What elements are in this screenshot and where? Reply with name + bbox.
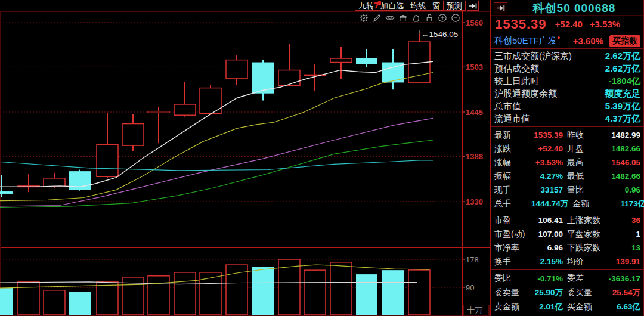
row-value: -1804亿	[609, 76, 640, 87]
row-value: 4.27%	[531, 172, 563, 181]
row-value: 6.63亿	[601, 302, 640, 312]
row-value: 139.91	[601, 257, 640, 266]
panel-row: 较上日此时-1804亿	[491, 75, 643, 88]
row-value: 0.96	[601, 185, 640, 194]
panel-row: 市盈106.41上涨家数36	[491, 213, 643, 227]
candle-body	[44, 178, 65, 187]
panel-row: 涨跌+52.40开盘1482.66	[491, 142, 643, 156]
volume-bar	[252, 267, 274, 315]
volume-bar	[304, 270, 326, 315]
collapse-panel-icon[interactable]	[494, 2, 507, 14]
row-value: 1482.66	[601, 172, 640, 181]
candle-body	[278, 70, 300, 86]
panel-row: 预估成交额2.62万亿	[491, 63, 643, 75]
volume-bar	[330, 262, 352, 315]
row-label: 市盈	[494, 215, 531, 226]
price-axis-label: 1388	[466, 152, 483, 161]
row-label: 预估成交额	[494, 63, 539, 75]
candlestick-chart[interactable]: 1560150314451388133017890十万←1546.05	[0, 0, 490, 316]
ma-green	[0, 140, 433, 207]
row-value: +3.53%	[531, 158, 563, 167]
quote-panel-header: 科创50 000688	[491, 0, 643, 16]
candle-body	[226, 60, 247, 79]
row-label: 委差	[563, 273, 601, 284]
volume-bar	[0, 288, 13, 315]
row-label: 涨跌	[494, 144, 531, 154]
row-label: 上涨家数	[563, 215, 601, 226]
candle-body	[174, 104, 196, 115]
row-label: 最新	[494, 130, 531, 141]
volume-bar	[69, 292, 91, 315]
volume-bar	[200, 272, 221, 315]
row-label: 委买量	[563, 287, 601, 298]
row-value: 107.00	[531, 230, 563, 238]
volume-bar	[382, 270, 404, 315]
panel-row: 总手1444.74万金额1173亿	[491, 197, 643, 210]
buy-index-button[interactable]: 买指数	[609, 35, 640, 47]
row-value: 1535.39	[531, 131, 563, 140]
row-label: 总手	[494, 199, 531, 209]
row-label: 总市值	[494, 101, 521, 112]
candle-body	[122, 124, 144, 146]
row-value: 2.15%	[531, 257, 563, 266]
volume-bar	[44, 290, 65, 315]
candle-body	[148, 111, 169, 113]
pen-icon[interactable]	[372, 13, 382, 23]
panel-row: 委比-0.71%委差-3636.17	[491, 271, 643, 286]
kline-chart-region[interactable]: 1560150314451388133017890十万←1546.05 九转 加…	[0, 0, 490, 316]
row-label: 流通市值	[494, 113, 530, 125]
panel-row: 卖金额2.01亿买金额6.63亿	[491, 300, 643, 314]
volume-bar	[408, 270, 430, 315]
row-value: 13	[601, 243, 640, 252]
row-label: 开盘	[563, 144, 601, 154]
gear-icon[interactable]	[359, 13, 369, 23]
unlock-icon[interactable]	[425, 13, 434, 23]
ma-white	[0, 61, 433, 187]
quote-panel: 科创50 000688 1535.39 +52.40 +3.53% 科创50ET…	[490, 0, 644, 316]
row-label: 三市成交额(沪深京)	[494, 51, 572, 62]
row-label: 换手	[494, 256, 531, 267]
etf-row: 科创50ETF广发 ● +3.60% 买指数	[491, 33, 643, 49]
row-label: 现手	[494, 185, 531, 196]
row-value: 25.90万	[531, 287, 563, 298]
last-price: 1535.39	[495, 17, 547, 32]
candle-body	[356, 58, 377, 64]
price-axis-label: 1330	[466, 197, 483, 206]
row-value: 2.01亿	[531, 302, 563, 312]
quote-details-group: 最新1535.39昨收1482.99涨跌+52.40开盘1482.66涨幅+3.…	[491, 127, 643, 212]
row-label: 委比	[494, 273, 531, 284]
panel-row: 沪股通额度余额额度充足	[491, 88, 643, 100]
row-value: 4.37万亿	[605, 113, 640, 125]
forecast-button[interactable]: 预测	[443, 1, 466, 11]
price-axis-label: 1503	[466, 63, 483, 72]
panel-row: 换手2.15%均价139.91	[491, 255, 643, 268]
row-value: +52.40	[531, 144, 563, 153]
panel-row: 最新1535.39昨收1482.99	[491, 128, 643, 142]
row-value: -0.71%	[531, 274, 563, 283]
send-to-panel-icon[interactable]	[467, 1, 479, 11]
row-value: 1444.74万	[531, 199, 568, 209]
panel-row: 三市成交额(沪深京)2.62万亿	[491, 50, 643, 63]
panel-row: 总市值5.39万亿	[491, 100, 643, 113]
row-label: 平盘家数	[563, 229, 601, 240]
etf-badge-dot: ●	[557, 35, 560, 41]
panel-row: 现手33157量比0.96	[491, 183, 643, 197]
price-row: 1535.39 +52.40 +3.53%	[491, 16, 643, 33]
hand-icon[interactable]	[411, 13, 421, 23]
valuation-group: 市盈106.41上涨家数36市盈(动)107.00平盘家数1市净率6.96下跌家…	[491, 212, 643, 270]
trash-icon[interactable]	[398, 13, 408, 23]
row-value: 106.41	[531, 216, 563, 225]
zoom-in-icon[interactable]	[438, 13, 447, 23]
window-button[interactable]: 窗	[429, 1, 444, 11]
ma-settings-button[interactable]: 均线	[407, 1, 429, 11]
mouse-cursor-icon	[372, 0, 382, 9]
row-label: 市净率	[494, 243, 531, 253]
etf-link[interactable]: 科创50ETF广发	[494, 35, 557, 47]
drawing-toolbar	[359, 13, 460, 23]
price-axis-label: 1445	[466, 108, 483, 117]
zoom-out-icon[interactable]	[451, 13, 460, 23]
eye-icon[interactable]	[385, 13, 395, 23]
row-value: 2.62万亿	[605, 63, 640, 75]
candle-body	[97, 145, 118, 176]
panel-row: 振幅4.27%最低1482.66	[491, 169, 643, 183]
